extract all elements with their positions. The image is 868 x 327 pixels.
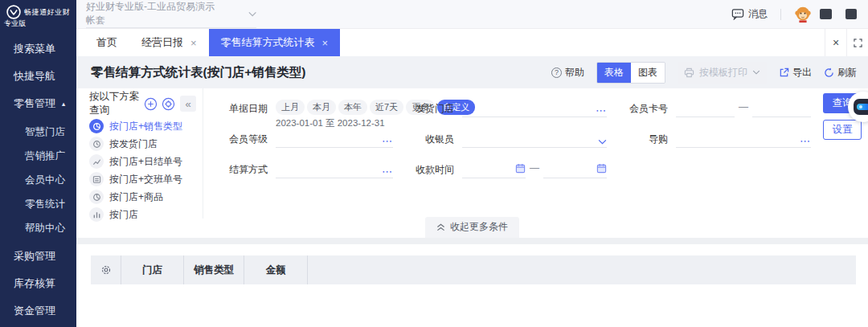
- chevron-down-icon[interactable]: [598, 139, 607, 145]
- calendar-icon[interactable]: [515, 163, 526, 175]
- chart-view-button[interactable]: 图表: [631, 63, 665, 83]
- app-window: 畅捷通好业财 专业版 好业财专业版-工业品贸易演示帐套 消息: [0, 0, 868, 327]
- close-icon[interactable]: ×: [190, 37, 197, 49]
- filter-label: 会员等级: [218, 130, 268, 146]
- account-selector-label: 好业财专业版-工业品贸易演示帐套: [86, 0, 224, 27]
- page-title: 零售结算方式统计表(按门店+销售类型): [91, 64, 305, 81]
- bar-chart-icon: [89, 207, 104, 222]
- plus-circle-icon: [144, 97, 158, 111]
- calendar-icon[interactable]: [596, 163, 607, 175]
- refresh-button[interactable]: 刷新: [824, 66, 857, 80]
- filter-member-card: 会员卡号 —: [618, 100, 811, 130]
- chevron-down-icon: [248, 11, 256, 17]
- tab-daily-report[interactable]: 经营日报 ×: [129, 29, 209, 56]
- fullscreen-icon: [854, 39, 862, 47]
- sidebar-item-purchase-management[interactable]: 采购管理: [0, 243, 76, 270]
- triangle-up-icon: ▲: [60, 100, 66, 107]
- close-icon: ×: [833, 36, 839, 49]
- scheme-settings-button[interactable]: [161, 96, 175, 111]
- tab-home[interactable]: 首页: [84, 29, 129, 56]
- pay-time-to-input[interactable]: [543, 161, 607, 178]
- export-button[interactable]: 导出: [779, 66, 812, 80]
- redacted-user-block: [820, 9, 832, 19]
- sidebar-item-inventory-accounting[interactable]: 库存核算: [0, 270, 76, 297]
- scheme-store-daily-no[interactable]: 按门店+日结单号: [89, 153, 196, 170]
- view-toggle: 表格 图表: [596, 62, 665, 84]
- export-icon: [779, 67, 789, 78]
- scheme-store-product[interactable]: 按门店+商品: [89, 188, 196, 206]
- close-tabs-button[interactable]: ×: [825, 29, 846, 56]
- member-card-from-input[interactable]: [676, 100, 735, 117]
- app-logo: 畅捷通好业财 专业版: [0, 0, 76, 29]
- member-card-to-input[interactable]: [752, 100, 811, 117]
- donut-chart-icon: [89, 119, 104, 133]
- divider: [780, 9, 781, 20]
- close-icon[interactable]: ×: [322, 37, 329, 49]
- scheme-list: 按门店+销售类型 按发货门店: [89, 117, 196, 223]
- messages-label: 消息: [748, 7, 768, 21]
- ellipsis-picker-icon[interactable]: ⋯: [382, 169, 393, 175]
- sidebar-item-member-center[interactable]: 会员中心: [0, 168, 76, 192]
- collapse-left-icon: «: [185, 98, 190, 110]
- print-by-template-button[interactable]: 按模板打印: [678, 62, 767, 84]
- clock-icon: [89, 137, 104, 151]
- scheme-store-sale-type[interactable]: 按门店+销售类型: [89, 117, 196, 135]
- range-dash: —: [526, 161, 543, 174]
- member-level-input[interactable]: ⋯: [276, 130, 393, 148]
- filter-label: 结算方式: [218, 161, 268, 177]
- quick-date-this-month[interactable]: 本月: [307, 100, 336, 115]
- top-bar-right: 消息: [731, 6, 857, 23]
- quick-date-this-year[interactable]: 本年: [338, 100, 367, 115]
- collapse-panel-button[interactable]: «: [180, 96, 196, 112]
- printer-icon: [684, 67, 694, 78]
- shopping-guide-input[interactable]: ⋯: [676, 130, 811, 148]
- table-header-amount: 金额: [244, 255, 308, 284]
- help-icon: [551, 67, 562, 78]
- ellipsis-picker-icon[interactable]: ⋯: [596, 108, 607, 114]
- sidebar-item-smart-store[interactable]: 智慧门店: [0, 120, 76, 144]
- scheme-store-shift-no[interactable]: 按门店+交班单号: [89, 170, 196, 188]
- sidebar-item-marketing[interactable]: 营销推广: [0, 144, 76, 168]
- ellipsis-picker-icon[interactable]: ⋯: [800, 138, 811, 145]
- fullscreen-button[interactable]: [846, 29, 868, 56]
- ellipsis-picker-icon[interactable]: ⋯: [382, 138, 393, 145]
- settle-method-input[interactable]: ⋯: [276, 161, 393, 178]
- ship-store-input[interactable]: ⋯: [462, 100, 607, 117]
- messages-button[interactable]: 消息: [731, 7, 768, 21]
- settings-button[interactable]: 设置: [823, 120, 862, 140]
- range-dash: —: [735, 100, 752, 112]
- add-scheme-button[interactable]: [143, 96, 158, 111]
- logo-title: 畅捷通好业财: [24, 7, 70, 18]
- column-settings-button[interactable]: [91, 255, 121, 284]
- title-bar: 零售结算方式统计表(按门店+销售类型) 帮助 表格 图表: [76, 56, 868, 88]
- sidebar-item-search-menu[interactable]: 搜索菜单: [0, 35, 76, 63]
- robot-icon: [854, 99, 868, 115]
- account-selector[interactable]: 好业财专业版-工业品贸易演示帐套: [86, 0, 256, 28]
- filter-label: 会员卡号: [618, 100, 668, 116]
- scheme-ship-store[interactable]: 按发货门店: [89, 135, 196, 153]
- avatar[interactable]: [794, 6, 812, 23]
- filter-ship-store: 发货门店 ⋯: [404, 100, 607, 130]
- scheme-panel-title: 按以下方案查询: [89, 90, 143, 117]
- quick-date-last-7-days[interactable]: 近7天: [370, 100, 403, 115]
- filter-label: 收银员: [404, 130, 454, 146]
- table-view-button[interactable]: 表格: [597, 63, 631, 83]
- cashier-select[interactable]: [462, 130, 607, 148]
- tab-retail-settlement-report[interactable]: 零售结算方式统计表 ×: [209, 29, 341, 56]
- collapse-more-conditions-button[interactable]: 收起更多条件: [425, 217, 519, 238]
- chevron-down-icon[interactable]: [752, 70, 760, 75]
- scheme-store[interactable]: 按门店: [89, 206, 196, 223]
- help-button[interactable]: 帮助: [551, 66, 584, 80]
- sidebar-item-retail-statistics[interactable]: 零售统计: [0, 192, 76, 216]
- quick-date-last-month[interactable]: 上月: [276, 100, 305, 115]
- sidebar-item-quick-nav[interactable]: 快捷导航: [0, 63, 76, 90]
- top-bar-main: 好业财专业版-工业品贸易演示帐套 消息: [76, 0, 868, 29]
- sidebar-item-help-center[interactable]: 帮助中心: [0, 216, 76, 240]
- sidebar-item-retail-management[interactable]: 零售管理▲: [0, 90, 76, 117]
- pay-time-from-input[interactable]: [462, 161, 526, 178]
- filter-section: 按以下方案查询: [76, 88, 868, 238]
- query-scheme-panel: 按以下方案查询: [76, 88, 203, 219]
- sidebar-item-fund-management[interactable]: 资金管理: [0, 297, 76, 325]
- filter-label: 收款时间: [404, 161, 454, 177]
- table-header-filler: [308, 255, 856, 284]
